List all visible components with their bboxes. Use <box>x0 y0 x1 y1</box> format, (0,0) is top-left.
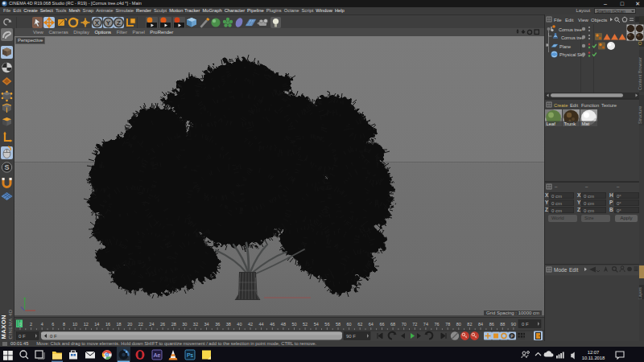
svg-text:16: 16 <box>105 322 110 327</box>
svg-text:42: 42 <box>248 322 253 327</box>
svg-text:Plane: Plane <box>559 44 571 49</box>
svg-text:24: 24 <box>149 322 154 327</box>
svg-text:–: – <box>617 184 620 189</box>
svg-text:52: 52 <box>303 322 308 327</box>
svg-text:18: 18 <box>117 322 122 327</box>
svg-text:4: 4 <box>41 322 43 327</box>
svg-text:8: 8 <box>63 322 65 327</box>
svg-text:2: 2 <box>30 322 32 327</box>
svg-text:30: 30 <box>182 322 187 327</box>
svg-text:28: 28 <box>171 322 176 327</box>
svg-text:64: 64 <box>369 322 374 327</box>
svg-text:36: 36 <box>215 322 220 327</box>
svg-text:Mode: Mode <box>554 267 568 273</box>
svg-text:10: 10 <box>72 322 77 327</box>
svg-text:38: 38 <box>226 322 231 327</box>
svg-text:Content Browser: Content Browser <box>638 57 642 90</box>
svg-text:34: 34 <box>204 322 208 327</box>
svg-text:File: File <box>554 18 562 23</box>
svg-text:Structure: Structure <box>638 106 642 124</box>
svg-text:50: 50 <box>291 322 296 327</box>
svg-text:0 F: 0 F <box>19 334 26 339</box>
svg-text:Ps: Ps <box>187 352 194 358</box>
svg-text:60: 60 <box>347 322 352 327</box>
svg-text:46: 46 <box>270 322 275 327</box>
svg-text:74: 74 <box>423 322 428 327</box>
svg-text:–: – <box>555 184 558 189</box>
svg-text:84: 84 <box>478 322 483 327</box>
svg-text:Cornus tree: Cornus tree <box>559 27 582 32</box>
svg-text:88: 88 <box>500 322 505 327</box>
svg-text:–: – <box>585 184 588 189</box>
svg-text:44: 44 <box>259 322 264 327</box>
svg-text:Y: Y <box>106 19 111 27</box>
svg-text:12:07: 12:07 <box>588 350 600 355</box>
svg-text:Ae: Ae <box>154 352 161 358</box>
svg-text:Cornus tree: Cornus tree <box>561 35 584 40</box>
svg-text:6: 6 <box>52 322 54 327</box>
svg-text:70: 70 <box>402 322 407 327</box>
svg-text:10.11.2018: 10.11.2018 <box>582 356 605 360</box>
svg-text:22: 22 <box>138 322 143 327</box>
svg-text:Edit: Edit <box>569 267 578 273</box>
svg-text:Trunk: Trunk <box>564 121 576 126</box>
svg-text:68: 68 <box>390 322 395 327</box>
svg-text:56: 56 <box>324 322 329 327</box>
svg-text:82: 82 <box>467 322 472 327</box>
svg-text:54: 54 <box>314 322 319 327</box>
svg-text:Z: Z <box>117 19 121 27</box>
svg-text:26: 26 <box>160 322 165 327</box>
svg-text:Create: Create <box>554 103 568 108</box>
svg-text:12: 12 <box>84 322 89 327</box>
svg-text:View: View <box>578 18 589 23</box>
svg-text:0: 0 <box>19 322 21 327</box>
svg-text:32: 32 <box>193 322 198 327</box>
svg-text:66: 66 <box>379 322 384 327</box>
svg-text:S: S <box>4 163 9 171</box>
svg-text:76: 76 <box>435 322 440 327</box>
svg-text:Objects: Objects <box>591 18 607 23</box>
svg-text:0 F: 0 F <box>50 334 57 339</box>
svg-text:20: 20 <box>127 322 132 327</box>
svg-text:72: 72 <box>412 322 417 327</box>
svg-text:62: 62 <box>357 322 362 327</box>
svg-text:Layers: Layers <box>638 286 642 299</box>
svg-text:78: 78 <box>445 322 450 327</box>
svg-text:48: 48 <box>281 322 286 327</box>
svg-text:86: 86 <box>489 322 494 327</box>
svg-text:14: 14 <box>94 322 99 327</box>
svg-text:Edit: Edit <box>565 18 574 23</box>
svg-text:90 F: 90 F <box>346 334 356 339</box>
svg-text:90: 90 <box>511 322 516 327</box>
svg-text:0 F: 0 F <box>522 322 529 327</box>
svg-text:Edit: Edit <box>570 103 578 108</box>
svg-text:X: X <box>95 19 100 27</box>
svg-text:Physical Sky: Physical Sky <box>559 52 584 57</box>
svg-text:80: 80 <box>456 322 461 327</box>
svg-text:Mat: Mat <box>582 121 590 126</box>
svg-text:Leaf: Leaf <box>547 121 556 126</box>
svg-text:Texture: Texture <box>601 103 617 108</box>
svg-text:Function: Function <box>581 103 599 108</box>
svg-text:40: 40 <box>237 322 242 327</box>
svg-text:58: 58 <box>336 322 341 327</box>
